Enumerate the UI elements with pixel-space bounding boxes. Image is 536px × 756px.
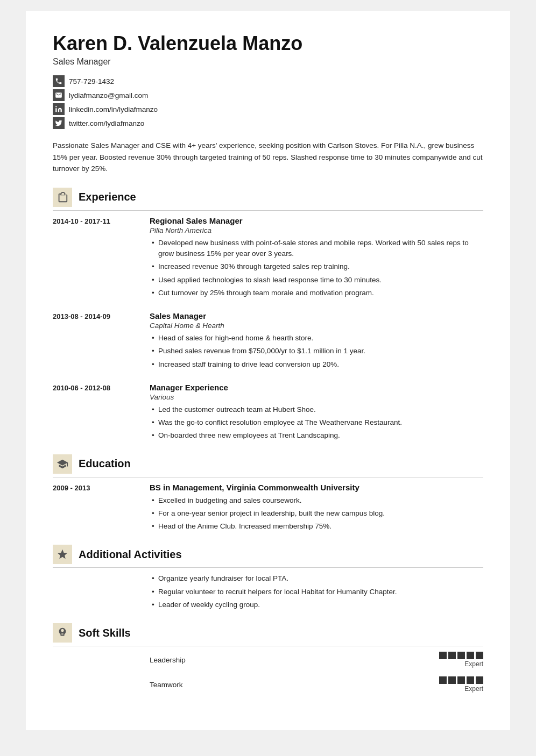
bullet-item: Led the customer outreach team at Hubert… xyxy=(150,404,483,415)
bullet-item: For a one-year senior project in leaders… xyxy=(150,508,483,519)
twitter-icon xyxy=(53,117,65,129)
entry-job-title: Manager Experience xyxy=(150,383,483,392)
activities-bullets: Organize yearly fundraiser for local PTA… xyxy=(150,573,483,610)
experience-section-header: Experience xyxy=(53,188,483,211)
activities-empty-col xyxy=(53,573,139,612)
education-title: Education xyxy=(79,458,131,470)
experience-icon xyxy=(53,188,72,207)
bullet-item: Organize yearly fundraiser for local PTA… xyxy=(150,573,483,584)
skill-level-area: Expert xyxy=(439,652,483,668)
entry-job-title: Regional Sales Manager xyxy=(150,216,483,225)
entry-job-title: Sales Manager xyxy=(150,311,483,320)
email-text: lydiafmanzo@gmail.com xyxy=(69,91,148,99)
entry-content: Regional Sales ManagerPilla North Americ… xyxy=(150,216,483,301)
edu-degree: BS in Management, Virginia Commonwealth … xyxy=(150,483,483,492)
skill-level-area: Expert xyxy=(439,676,483,693)
education-icon xyxy=(53,454,72,474)
entry-bullets: Developed new business with point-of-sal… xyxy=(150,238,483,298)
bullet-item: Pushed sales revenue from $750,000/yr to… xyxy=(150,346,483,356)
email-item: lydiafmanzo@gmail.com xyxy=(53,89,483,101)
activities-section: Additional Activities Organize yearly fu… xyxy=(53,545,483,612)
skill-dot xyxy=(457,652,465,659)
experience-entries: 2014-10 - 2017-11Regional Sales ManagerP… xyxy=(53,216,483,444)
bullet-item: Increased revenue 30% through targeted s… xyxy=(150,261,483,272)
skill-entry: LeadershipExpert xyxy=(53,652,483,668)
bullet-item: On-boarded three new employees at Trent … xyxy=(150,430,483,441)
skill-dot xyxy=(467,676,474,684)
bullet-item: Head of sales for high-end home & hearth… xyxy=(150,333,483,344)
education-section: Education 2009 - 2013BS in Management, V… xyxy=(53,454,483,534)
svg-point-0 xyxy=(55,106,57,107)
linkedin-icon xyxy=(53,103,65,115)
skill-dot xyxy=(457,676,465,684)
entry-dates: 2010-06 - 2012-08 xyxy=(53,383,139,444)
experience-entry: 2014-10 - 2017-11Regional Sales ManagerP… xyxy=(53,216,483,301)
bullet-item: Cut turnover by 25% through team morale … xyxy=(150,288,483,298)
header: Karen D. Valenzuela Manzo Sales Manager … xyxy=(53,32,483,129)
bullet-item: Used applied technologies to slash lead … xyxy=(150,275,483,286)
bullet-item: Regular volunteer to recruit helpers for… xyxy=(150,587,483,597)
skills-icon xyxy=(53,623,72,643)
education-entry: 2009 - 2013BS in Management, Virginia Co… xyxy=(53,483,483,534)
entry-company: Pilla North America xyxy=(150,226,483,234)
skill-dot xyxy=(439,652,447,659)
full-name: Karen D. Valenzuela Manzo xyxy=(53,32,483,55)
skills-entries: LeadershipExpertTeamworkExpert xyxy=(53,652,483,693)
entry-content: Manager ExperienceVariousLed the custome… xyxy=(150,383,483,444)
skills-section-header: Soft Skills xyxy=(53,623,483,646)
skill-name: Teamwork xyxy=(150,681,428,689)
education-section-header: Education xyxy=(53,454,483,477)
experience-section: Experience 2014-10 - 2017-11Regional Sal… xyxy=(53,188,483,444)
twitter-text: twitter.com/lydiafmanzo xyxy=(69,119,144,127)
linkedin-text: linkedin.com/in/lydiafmanzo xyxy=(69,105,158,113)
summary-text: Passionate Sales Manager and CSE with 4+… xyxy=(53,140,483,175)
entry-bullets: Head of sales for high-end home & hearth… xyxy=(150,333,483,370)
activities-entries: Organize yearly fundraiser for local PTA… xyxy=(53,573,483,612)
skills-title: Soft Skills xyxy=(79,627,131,639)
entry-company: Capital Home & Hearth xyxy=(150,322,483,330)
skill-entry: TeamworkExpert xyxy=(53,676,483,693)
skills-section: Soft Skills LeadershipExpertTeamworkExpe… xyxy=(53,623,483,693)
activities-entry: Organize yearly fundraiser for local PTA… xyxy=(53,573,483,612)
phone-item: 757-729-1432 xyxy=(53,75,483,87)
entry-content: Sales ManagerCapital Home & HearthHead o… xyxy=(150,311,483,372)
entry-bullets: Led the customer outreach team at Hubert… xyxy=(150,404,483,441)
skill-label: Expert xyxy=(464,685,483,693)
entry-company: Various xyxy=(150,393,483,401)
activities-title: Additional Activities xyxy=(79,548,182,561)
skill-name: Leadership xyxy=(150,656,428,664)
skill-dot xyxy=(439,676,447,684)
bullet-item: Was the go-to conflict resolution employ… xyxy=(150,417,483,428)
bullet-item: Leader of weekly cycling group. xyxy=(150,600,483,610)
edu-bullets: Excelled in budgeting and sales coursewo… xyxy=(150,495,483,532)
bullet-item: Increased staff training to drive lead c… xyxy=(150,359,483,370)
bullet-item: Excelled in budgeting and sales coursewo… xyxy=(150,495,483,506)
entry-dates: 2013-08 - 2014-09 xyxy=(53,311,139,372)
linkedin-item: linkedin.com/in/lydiafmanzo xyxy=(53,103,483,115)
skill-dot xyxy=(476,652,483,659)
edu-content: BS in Management, Virginia Commonwealth … xyxy=(150,483,483,534)
activities-section-header: Additional Activities xyxy=(53,545,483,568)
skill-dot xyxy=(467,652,474,659)
skill-dots xyxy=(439,652,483,659)
experience-title: Experience xyxy=(79,191,136,203)
job-title: Sales Manager xyxy=(53,57,483,67)
phone-text: 757-729-1432 xyxy=(69,77,114,85)
skill-dots xyxy=(439,676,483,684)
skill-dot xyxy=(448,652,456,659)
skill-dot xyxy=(476,676,483,684)
bullet-item: Head of the Anime Club. Increased member… xyxy=(150,521,483,532)
edu-dates: 2009 - 2013 xyxy=(53,483,139,534)
contact-list: 757-729-1432 lydiafmanzo@gmail.com linke… xyxy=(53,75,483,129)
twitter-item: twitter.com/lydiafmanzo xyxy=(53,117,483,129)
entry-dates: 2014-10 - 2017-11 xyxy=(53,216,139,301)
bullet-item: Developed new business with point-of-sal… xyxy=(150,238,483,260)
skill-dot xyxy=(448,676,456,684)
experience-entry: 2010-06 - 2012-08Manager ExperienceVario… xyxy=(53,383,483,444)
activities-content: Organize yearly fundraiser for local PTA… xyxy=(150,573,483,612)
skill-label: Expert xyxy=(464,660,483,668)
phone-icon xyxy=(53,75,65,87)
education-entries: 2009 - 2013BS in Management, Virginia Co… xyxy=(53,483,483,534)
resume-container: Karen D. Valenzuela Manzo Sales Manager … xyxy=(26,11,510,730)
email-icon xyxy=(53,89,65,101)
